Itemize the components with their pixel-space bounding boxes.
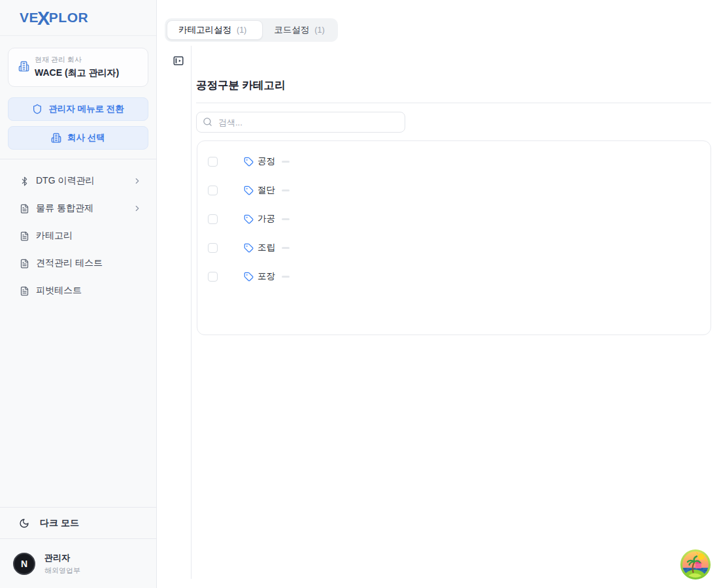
tab-label: 코드설정 xyxy=(274,24,309,36)
category-checkbox[interactable] xyxy=(208,157,218,167)
sidebar-item-quote-test[interactable]: 견적관리 테스트 xyxy=(0,250,156,277)
category-label[interactable]: 가공 xyxy=(258,213,275,225)
sidebar-item-dtg-history[interactable]: DTG 이력관리 xyxy=(0,167,156,195)
file-text-icon xyxy=(20,204,29,214)
category-label[interactable]: 포장 xyxy=(258,270,275,282)
company-select-button[interactable]: 회사 선택 xyxy=(8,126,148,150)
panel-toggle-icon[interactable] xyxy=(172,55,185,68)
vexplor-logo[interactable]: VEXPLOR xyxy=(20,8,88,27)
category-row: 공정 xyxy=(197,147,711,176)
company-card-name: WACE (최고 관리자) xyxy=(35,67,141,79)
sidebar-item-label: DTG 이력관리 xyxy=(36,175,94,187)
company-card-label: 현재 관리 회사 xyxy=(35,55,141,65)
sidebar-item-logistics-control[interactable]: 물류 통합관제 xyxy=(0,195,156,222)
category-dash xyxy=(282,276,290,278)
tab-count: (1) xyxy=(237,25,246,35)
title-divider xyxy=(196,103,711,103)
logo-text: PLOR xyxy=(49,10,88,25)
category-checkbox[interactable] xyxy=(208,214,218,224)
admin-menu-switch-button[interactable]: 관리자 메뉴로 전환 xyxy=(8,97,148,121)
category-dash xyxy=(282,189,290,191)
sidebar-item-label: 견적관리 테스트 xyxy=(36,257,103,269)
sidebar-item-pivot-test[interactable]: 피벗테스트 xyxy=(0,277,156,304)
moon-icon xyxy=(19,518,29,529)
building-icon xyxy=(51,133,61,143)
sidebar-item-label: 카테고리 xyxy=(36,230,73,242)
search-input[interactable] xyxy=(196,112,405,133)
shield-icon xyxy=(32,104,42,114)
island-widget-icon[interactable] xyxy=(680,549,711,580)
category-list-card: 공정 절단 가공 조립 xyxy=(197,140,711,335)
logo-text: VE xyxy=(20,10,39,25)
category-label[interactable]: 조립 xyxy=(258,242,275,253)
sidebar-nav: DTG 이력관리 물류 통합관제 카테고리 견적관리 테스트 xyxy=(0,159,156,312)
file-text-icon xyxy=(20,231,29,241)
tab-label: 카테고리설정 xyxy=(178,24,231,36)
tag-icon xyxy=(244,214,254,224)
admin-menu-switch-label: 관리자 메뉴로 전환 xyxy=(48,103,124,115)
category-row: 포장 xyxy=(197,262,711,291)
category-row: 조립 xyxy=(197,233,711,262)
bluetooth-icon xyxy=(20,176,29,186)
tab-category-settings[interactable]: 카테고리설정 (1) xyxy=(167,20,263,40)
tab-count: (1) xyxy=(314,25,324,35)
tag-icon xyxy=(244,186,254,195)
chevron-right-icon xyxy=(133,204,142,213)
sidebar-spacer xyxy=(0,312,156,507)
sidebar-item-label: 물류 통합관제 xyxy=(36,203,93,214)
app-root: { "sidebar": { "logo": { "pre": "VE", "x… xyxy=(0,0,719,588)
dark-mode-toggle[interactable]: 다크 모드 xyxy=(0,507,156,538)
category-label[interactable]: 절단 xyxy=(258,184,275,196)
current-company-card: 현재 관리 회사 WACE (최고 관리자) xyxy=(8,48,148,87)
tag-icon xyxy=(244,243,254,253)
category-label[interactable]: 공정 xyxy=(258,155,275,167)
settings-tabs: 카테고리설정 (1) 코드설정 (1) xyxy=(165,18,338,42)
category-row: 가공 xyxy=(197,204,711,233)
avatar: N xyxy=(13,553,35,575)
logo-x: X xyxy=(37,9,50,28)
category-row: 절단 xyxy=(197,176,711,204)
tag-icon xyxy=(244,157,254,167)
file-text-icon xyxy=(20,259,29,269)
search-box xyxy=(196,112,405,133)
category-dash xyxy=(282,218,290,220)
profile-texts: 관리자 해외영업부 xyxy=(44,552,80,576)
sidebar-item-category[interactable]: 카테고리 xyxy=(0,222,156,250)
profile-department: 해외영업부 xyxy=(44,566,80,576)
building-icon xyxy=(18,61,29,74)
category-checkbox[interactable] xyxy=(208,243,218,253)
content-vertical-divider xyxy=(191,46,192,579)
tab-code-settings[interactable]: 코드설정 (1) xyxy=(263,20,335,40)
tag-icon xyxy=(244,272,254,282)
dark-mode-label: 다크 모드 xyxy=(40,517,79,529)
category-dash xyxy=(282,161,290,163)
category-checkbox[interactable] xyxy=(208,186,218,195)
page-title: 공정구분 카테고리 xyxy=(196,78,286,93)
profile-name: 관리자 xyxy=(44,552,80,564)
category-dash xyxy=(282,247,290,249)
category-panel: 공정구분 카테고리 공정 절단 가 xyxy=(196,46,711,579)
chevron-right-icon xyxy=(133,176,142,186)
logo-header: VEXPLOR xyxy=(0,0,156,36)
sidebar: VEXPLOR 현재 관리 회사 WACE (최고 관리자) 관리자 메뉴로 전… xyxy=(0,0,157,588)
user-profile[interactable]: N 관리자 해외영업부 xyxy=(0,538,156,588)
file-text-icon xyxy=(20,286,29,296)
category-checkbox[interactable] xyxy=(208,272,218,282)
company-select-label: 회사 선택 xyxy=(67,132,105,144)
sidebar-item-label: 피벗테스트 xyxy=(36,285,82,297)
